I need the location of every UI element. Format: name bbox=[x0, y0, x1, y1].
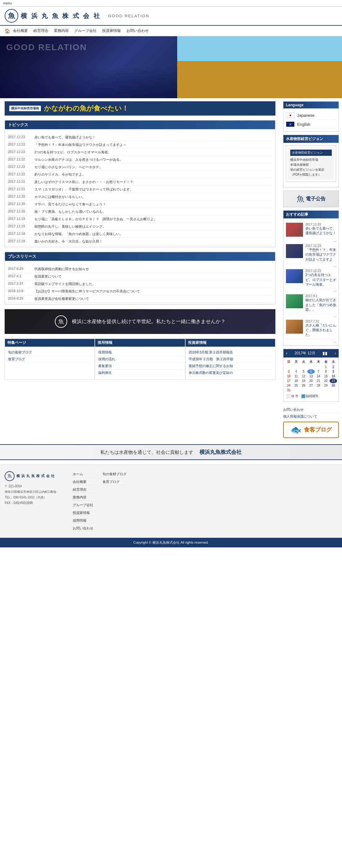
article-item[interactable]: 2017.12.23 赤い魚でも食べて、運気揚げようかな！ bbox=[286, 221, 336, 239]
link-food-blog[interactable]: 食育ブログ bbox=[8, 356, 91, 363]
cal-cell-13[interactable]: 13 bbox=[307, 374, 315, 378]
nav-item-management[interactable]: 経営理念 bbox=[31, 28, 51, 34]
footer-nav-food-blog[interactable]: 食育ブログ bbox=[102, 479, 126, 485]
cal-cell-22[interactable]: 22 bbox=[322, 378, 330, 383]
link-recruit-flow[interactable]: 採用の流れ bbox=[98, 356, 182, 363]
nav-item-company[interactable]: 会社概要 bbox=[10, 28, 30, 34]
cal-cell-21[interactable]: 21 bbox=[315, 378, 322, 383]
cal-cell-2[interactable]: 2 bbox=[330, 365, 337, 369]
topic-item[interactable]: 2017.12.232つの名を持つエビ、ロブスターとオマール海老。 bbox=[8, 149, 272, 156]
topic-item[interactable]: 2017.12.20祝・ブリ豊漁、もしかしたら湧いているのも。 bbox=[8, 208, 272, 216]
cal-cell-18[interactable]: 18 bbox=[292, 378, 300, 383]
cal-cell-14[interactable]: 14 bbox=[315, 374, 322, 378]
more-link[interactable]: ... bbox=[286, 264, 336, 267]
lang-english[interactable]: English bbox=[286, 120, 336, 129]
cal-cell-7[interactable]: 7 bbox=[315, 369, 322, 374]
kanagawa-banner[interactable]: 横浜中央卸売市場発 かながわの魚が食べたい！ bbox=[5, 101, 275, 116]
cal-cell-9[interactable]: 9 bbox=[330, 369, 337, 374]
link-seasonal-blog[interactable]: 旬の食材ブログ bbox=[8, 349, 91, 356]
nav-item-investor[interactable]: 投資家情報 bbox=[100, 28, 123, 34]
article-item[interactable]: 2017.12.23 2つの名を持つエビ、ロブスターとオマール海老。 bbox=[286, 267, 336, 289]
contact-link[interactable]: お問い合わせ bbox=[283, 406, 339, 413]
footer-nav-seasonal[interactable]: 旬の食材ブログ bbox=[102, 471, 126, 477]
cal-cell-19[interactable]: 19 bbox=[300, 378, 307, 383]
cal-cell-31[interactable]: 31 bbox=[285, 388, 292, 393]
footer-nav-company[interactable]: 会社概要 bbox=[73, 479, 93, 485]
cal-cell-10[interactable]: 10 bbox=[285, 374, 292, 378]
topic-item[interactable]: 2017.12.18かなりお得な情報、「魚のつめ放題」は楽しく美味しい。 bbox=[8, 230, 272, 238]
home-icon[interactable]: 🏠 bbox=[5, 29, 10, 33]
cal-cell-3[interactable]: 3 bbox=[285, 369, 292, 374]
press-item[interactable]: 2017.4.1役員変更について bbox=[8, 273, 272, 280]
cal-next-button[interactable]: › bbox=[335, 351, 336, 355]
cal-cell-27[interactable]: 27 bbox=[307, 383, 315, 388]
topic-item[interactable]: 2017.12.22マルシン水産のアナゴは、人を惹きつけるパワーがある。 bbox=[8, 156, 272, 163]
cal-cell-25[interactable]: 25 bbox=[292, 383, 300, 388]
press-item[interactable]: 2016.10.8【お詫び】サーバ障害発生に伴うサービスアクセスの不具合について bbox=[8, 288, 272, 295]
cal-cell-6[interactable]: 6 bbox=[307, 369, 315, 374]
cal-cell-11[interactable]: 11 bbox=[292, 374, 300, 378]
press-item[interactable]: 2017.2.27英語版ウェブサイトを開設致しました。 bbox=[8, 280, 272, 288]
press-item[interactable]: 2017.6.29代表取締役の異動に関するお知らせ bbox=[8, 266, 272, 273]
topic-item[interactable]: 2017.12.18葉いかの大好き。今「大注目」な奴が入荷！ bbox=[8, 238, 272, 245]
topic-item[interactable]: 2017.12.20カマスには棚付きがいるらしい。 bbox=[8, 193, 272, 201]
press-item[interactable]: 2016.8.29役員変更及び会社概要変更について bbox=[8, 295, 272, 303]
link-recruit-info[interactable]: 採用情報 bbox=[98, 349, 182, 356]
topic-item[interactable]: 2017.12.23赤い魚でも食べて、運気揚げようかな！ bbox=[8, 134, 272, 141]
nav-item-group[interactable]: グループ会社 bbox=[72, 28, 99, 34]
cal-pause-button[interactable]: ▮▮ bbox=[322, 351, 328, 355]
topic-item[interactable]: 2017.12.22釣りのヤリイカ、今が旬ですよ。 bbox=[8, 171, 272, 179]
link-investor-3[interactable]: 業績予想の修正に関するお知 bbox=[189, 363, 272, 370]
topic-item[interactable]: 2017.12.21楽しいはずのクリスマス前に、まさかの・・・お怒りモード！？ bbox=[8, 179, 272, 186]
cal-prev-button[interactable]: ‹ bbox=[286, 351, 287, 355]
cal-cell-1[interactable]: 1 bbox=[322, 365, 330, 369]
topic-item[interactable]: 2017.12.19セリ場に「高級ＣＬＵＢ」がＯＰＥＮ！？ 調理ができぬ、一見さ… bbox=[8, 216, 272, 223]
cal-cell-23[interactable]: 23 bbox=[330, 378, 337, 383]
article-item[interactable]: 2017.12.23 「予想外！？」年末の魚市場はワクワクが詰まってますよ bbox=[286, 242, 336, 264]
cal-cell-12[interactable]: 12 bbox=[300, 374, 307, 378]
menu-link[interactable]: menu bbox=[3, 1, 12, 5]
cal-cell-16[interactable]: 16 bbox=[330, 374, 337, 378]
denshi-section[interactable]: 魚 電子公告 bbox=[283, 190, 339, 207]
link-recruit-welfare[interactable]: 福利厚生 bbox=[98, 370, 182, 376]
blog-banner[interactable]: 🐟 食客ブログ bbox=[283, 422, 339, 438]
cal-cell-17[interactable]: 17 bbox=[285, 378, 292, 383]
cal-cell-24[interactable]: 24 bbox=[285, 383, 292, 388]
cal-cell-20[interactable]: 20 bbox=[307, 378, 315, 383]
footer-nav-investor[interactable]: 投資家情報 bbox=[73, 510, 93, 516]
more-link[interactable]: ... bbox=[286, 289, 336, 292]
cal-cell-5[interactable]: 5 bbox=[300, 369, 307, 374]
footer-nav-group[interactable]: グループ会社 bbox=[73, 502, 93, 508]
cal-cell-8[interactable]: 8 bbox=[322, 369, 330, 374]
vision-box[interactable]: 水産物部経営ビジョン 横浜市中央卸売市場 本場水産物部 初の経営ビジョンを策定 … bbox=[286, 145, 336, 182]
cal-cell-4[interactable]: 4 bbox=[292, 369, 300, 374]
link-investor-1[interactable]: 2018年3月期 第２四半期報告 bbox=[189, 349, 272, 356]
more-link[interactable]: ... bbox=[286, 239, 336, 242]
article-item[interactable]: 2017.7.31 大さん橋「だいにんぐ」開催されました。 bbox=[286, 318, 336, 340]
article-item[interactable]: 2017.9.2 秘かに人気が出てきました「魚のつめ放題」。 bbox=[286, 292, 336, 314]
footer-nav-recruit[interactable]: 採用情報 bbox=[73, 518, 93, 524]
cal-cell-26[interactable]: 26 bbox=[300, 383, 307, 388]
link-recruit-req[interactable]: 募集要項 bbox=[98, 363, 182, 370]
more-link[interactable]: ... bbox=[286, 314, 336, 318]
topic-item[interactable]: 2017.12.23「予想外！？」年末の魚市場はワクワクが詰まってますよ～ bbox=[8, 141, 272, 149]
nav-item-contact[interactable]: お問い合わせ bbox=[124, 28, 151, 34]
nav-item-business[interactable]: 業務内容 bbox=[52, 28, 71, 34]
cal-cell-29[interactable]: 29 bbox=[322, 383, 330, 388]
privacy-link[interactable]: 個人情報保護について bbox=[283, 413, 339, 420]
cal-cell-30[interactable]: 30 bbox=[330, 383, 337, 388]
topic-item[interactable]: 2017.12.19助惣鱈の丸干し、美味しい秘密はエイジング。 bbox=[8, 223, 272, 230]
footer-nav-contact[interactable]: お問い合わせ bbox=[73, 525, 93, 532]
link-investor-2[interactable]: 平成30年３月期 第２四半期 bbox=[189, 356, 272, 363]
footer-nav-home[interactable]: ホーム bbox=[73, 471, 93, 477]
link-investor-4[interactable]: 単元株式数の変更及び定款の bbox=[189, 370, 272, 376]
cal-cell-28[interactable]: 28 bbox=[315, 383, 322, 388]
lang-japanese[interactable]: Japanese bbox=[286, 111, 336, 120]
topic-item[interactable]: 2017.12.21スマ（スマガツオ）、千葉県ではワタナベって呼ばれています。 bbox=[8, 186, 272, 193]
topic-item[interactable]: 2017.12.22セリ場に小さなタンバリン、ベビーホタテ。 bbox=[8, 163, 272, 171]
more-link[interactable]: ... bbox=[286, 340, 336, 343]
footer-nav-management[interactable]: 経営理念 bbox=[73, 487, 93, 493]
cal-cell-15[interactable]: 15 bbox=[322, 374, 330, 378]
footer-nav-business[interactable]: 業務内容 bbox=[73, 494, 93, 501]
topic-item[interactable]: 2017.12.20マサバ、見てるだけじゃなくて食べましょう！ bbox=[8, 201, 272, 208]
